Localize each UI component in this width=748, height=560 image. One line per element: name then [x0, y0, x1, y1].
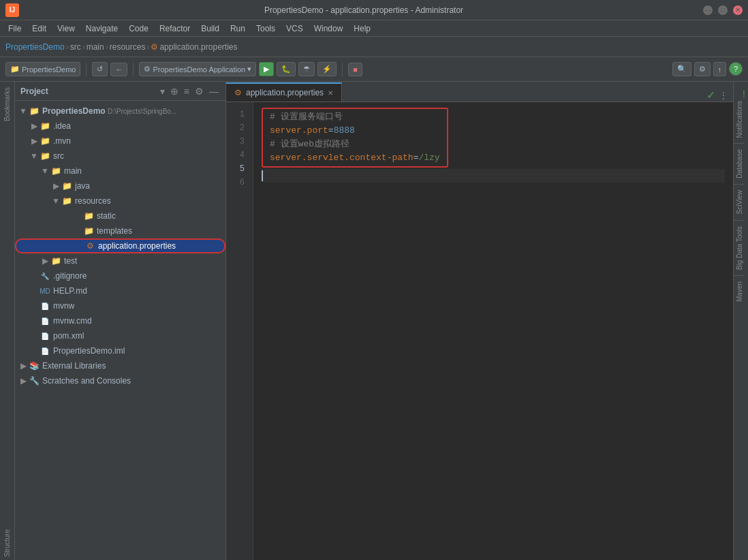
run-config-dropdown[interactable]: ⚙ PropertiesDemo Application ▾	[139, 62, 256, 76]
menu-bar: File Edit View Navigate Code Refactor Bu…	[0, 20, 748, 37]
settings-btn[interactable]: ⚙	[694, 62, 711, 76]
profile-btn[interactable]: ⚡	[317, 62, 337, 76]
tree-item-resources[interactable]: ▼ 📁 resources	[15, 193, 225, 208]
breadcrumb-sep3: ›	[106, 42, 108, 52]
tree-item-iml[interactable]: 📄 PropertiesDemo.iml	[15, 343, 225, 358]
help-btn[interactable]: ?	[729, 62, 743, 76]
tree-item-helpmd[interactable]: MD HELP.md	[15, 283, 225, 298]
menu-window[interactable]: Window	[309, 22, 349, 35]
sync-btn[interactable]: ↺	[92, 62, 108, 76]
structure-label[interactable]: Structure	[1, 524, 13, 560]
tree-arrow	[29, 346, 40, 356]
tree-item-static[interactable]: 📁 static	[15, 208, 225, 223]
tree-item-gitignore[interactable]: 🔧 .gitignore	[15, 268, 225, 283]
breadcrumb-main[interactable]: main	[87, 42, 104, 52]
close-btn[interactable]: ✕	[733, 5, 743, 15]
update-btn[interactable]: ↑	[713, 62, 727, 76]
tree-item-application-properties[interactable]: ⚙ application.properties	[15, 238, 225, 253]
external-libs-icon: 📚	[29, 360, 40, 371]
tree-label: main	[64, 166, 82, 176]
bookmarks-label[interactable]: Bookmarks	[1, 82, 13, 127]
menu-navigate[interactable]: Navigate	[80, 22, 123, 35]
tree-label: HELP.md	[53, 286, 87, 296]
line-num-1: 1	[226, 108, 250, 121]
tree-item-scratches[interactable]: ▶ 🔧 Scratches and Consoles	[15, 373, 225, 388]
tree-item-main[interactable]: ▼ 📁 main	[15, 164, 225, 178]
notifications-tab[interactable]: Notifications	[734, 95, 748, 143]
tree-item-src[interactable]: ▼ 📁 src	[15, 149, 225, 164]
toolbar-separator-1	[86, 63, 87, 76]
breadcrumb-resources[interactable]: resources	[110, 42, 146, 52]
tree-arrow: ▶	[40, 256, 50, 266]
menu-edit[interactable]: Edit	[27, 22, 52, 35]
panel-settings-icon[interactable]: ⚙	[193, 84, 205, 98]
menu-code[interactable]: Code	[123, 22, 154, 35]
tree-item-propertiedemo[interactable]: ▼ 📁 PropertiesDemo D:\Projects\SpringBo.…	[15, 104, 225, 119]
panel-settings-icon[interactable]: ⋮	[719, 91, 728, 100]
tree-arrow	[29, 316, 40, 326]
coverage-btn[interactable]: ☂	[298, 62, 315, 76]
breadcrumb-src[interactable]: src	[70, 42, 81, 52]
tree-item-mvn[interactable]: ▶ 📁 .mvn	[15, 134, 225, 149]
database-tab[interactable]: Database	[734, 144, 748, 184]
back-btn[interactable]: ←	[110, 63, 127, 76]
project-dropdown[interactable]: 📁 PropertiesDemo	[5, 62, 80, 76]
tree-item-java[interactable]: ▶ 📁 java	[15, 178, 225, 193]
stop-btn[interactable]: ■	[348, 63, 362, 76]
minimize-btn[interactable]: —	[703, 5, 713, 15]
tree-item-mvnwcmd[interactable]: 📄 mvnw.cmd	[15, 313, 225, 328]
maximize-btn[interactable]: □	[718, 5, 728, 15]
panel-sort-icon[interactable]: ≡	[183, 84, 191, 98]
debug-button[interactable]: 🐛	[277, 62, 296, 76]
breadcrumb-filename[interactable]: application.properties	[159, 42, 237, 52]
breadcrumb-project[interactable]: PropertiesDemo	[5, 42, 65, 52]
tree-item-external-libs[interactable]: ▶ 📚 External Libraries	[15, 358, 225, 373]
menu-view[interactable]: View	[52, 22, 80, 35]
search-btn[interactable]: 🔍	[672, 62, 691, 76]
key-server-port: server.port	[270, 124, 328, 138]
tree-label: application.properties	[98, 241, 176, 251]
operator-eq-2: =	[414, 151, 419, 165]
tree-arrow: ▶	[29, 121, 40, 131]
code-line-2: server.port=8888	[270, 124, 440, 138]
tree-item-pomxml[interactable]: 📄 pom.xml	[15, 328, 225, 343]
xml-icon: 📄	[40, 330, 50, 341]
code-editor: 1 2 3 4 5 6 # 设置服务端口号 server.port=8888	[226, 102, 733, 560]
folder-icon: 📁	[29, 106, 40, 116]
code-content[interactable]: # 设置服务端口号 server.port=8888 # 设置web虚拟路径 s…	[253, 102, 733, 560]
tab-close-btn[interactable]: ✕	[328, 89, 333, 97]
tree-label: resources	[75, 196, 111, 206]
tree-item-idea[interactable]: ▶ 📁 .idea	[15, 119, 225, 134]
menu-run[interactable]: Run	[225, 22, 251, 35]
panel-add-icon[interactable]: ⊕	[169, 84, 180, 98]
menu-vcs[interactable]: VCS	[281, 22, 309, 35]
maven-tab[interactable]: Maven	[734, 276, 748, 307]
tree-arrow	[29, 271, 40, 281]
tree-item-templates[interactable]: 📁 templates	[15, 223, 225, 238]
tree-label: External Libraries	[42, 361, 106, 371]
menu-file[interactable]: File	[3, 22, 27, 35]
code-line-5	[262, 169, 725, 183]
project-panel: Project ▾ ⊕ ≡ ⚙ — ▼ 📁 PropertiesDemo D:\…	[15, 82, 226, 560]
panel-header: Project ▾ ⊕ ≡ ⚙ —	[15, 82, 225, 101]
menu-help[interactable]: Help	[348, 22, 376, 35]
menu-build[interactable]: Build	[196, 22, 225, 35]
tree-label: static	[97, 211, 116, 221]
line-num-6: 6	[226, 176, 250, 189]
run-button[interactable]: ▶	[259, 62, 274, 76]
menu-tools[interactable]: Tools	[251, 22, 281, 35]
panel-close-icon[interactable]: —	[208, 84, 220, 98]
breadcrumb-file[interactable]: ⚙	[151, 42, 158, 52]
panel-dropdown-icon[interactable]: ▾	[159, 84, 166, 98]
window-controls[interactable]: — □ ✕	[703, 5, 743, 15]
value-port: 8888	[334, 124, 355, 138]
tree-item-mvnw[interactable]: 📄 mvnw	[15, 298, 225, 313]
editor-tab-application-properties[interactable]: ⚙ application.properties ✕	[226, 82, 342, 102]
tree-arrow	[29, 331, 40, 341]
big-data-tools-tab[interactable]: Big Data Tools	[734, 221, 748, 275]
menu-refactor[interactable]: Refactor	[154, 22, 196, 35]
folder-icon: 📁	[40, 121, 50, 131]
sciview-tab[interactable]: SciView	[734, 185, 748, 219]
tree-item-test[interactable]: ▶ 📁 test	[15, 253, 225, 268]
breadcrumb-sep1: ›	[66, 42, 69, 52]
